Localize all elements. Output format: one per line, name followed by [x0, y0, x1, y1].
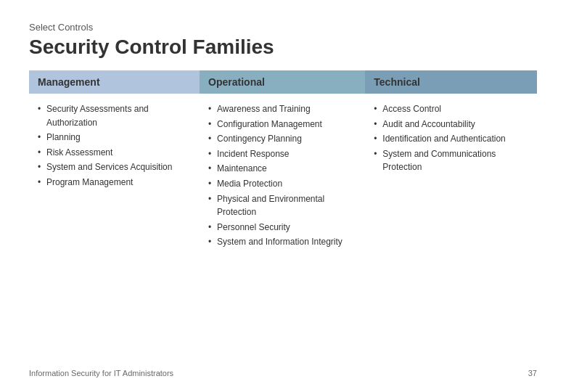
col-header-operational: Operational: [200, 70, 365, 94]
management-list: Security Assessments and Authorization P…: [38, 102, 191, 189]
footer-left: Information Security for IT Administrato…: [29, 369, 173, 377]
list-item: Audit and Accountability: [374, 118, 528, 131]
list-item: Access Control: [374, 102, 528, 116]
list-item: System and Services Acquisition: [38, 160, 191, 174]
page: Select Controls Security Control Familie…: [0, 0, 566, 392]
list-item: Physical and Environmental Protection: [208, 192, 356, 219]
list-item: Planning: [38, 131, 191, 144]
operational-cell: Awareness and Training Configuration Man…: [200, 94, 365, 362]
management-cell: Security Assessments and Authorization P…: [29, 94, 200, 362]
list-item: System and Communications Protection: [374, 147, 528, 174]
list-item: Identification and Authentication: [374, 132, 528, 146]
list-item: Incident Response: [208, 147, 356, 161]
footer-page: 37: [528, 369, 537, 377]
list-item: Personnel Security: [208, 221, 356, 234]
list-item: System and Information Integrity: [208, 235, 356, 249]
list-item: Maintenance: [208, 162, 356, 176]
list-item: Security Assessments and Authorization: [38, 102, 191, 129]
operational-list: Awareness and Training Configuration Man…: [208, 102, 356, 249]
list-item: Contingency Planning: [208, 132, 356, 146]
list-item: Media Protection: [208, 177, 356, 191]
technical-list: Access Control Audit and Accountability …: [374, 102, 528, 174]
list-item: Awareness and Training: [208, 102, 356, 116]
col-header-management: Management: [29, 70, 200, 94]
technical-cell: Access Control Audit and Accountability …: [365, 94, 537, 362]
main-table: Management Operational Technical Securit…: [29, 70, 537, 362]
subtitle: Select Controls: [29, 22, 537, 33]
list-item: Configuration Management: [208, 118, 356, 131]
page-title: Security Control Families: [29, 36, 537, 59]
col-header-technical: Technical: [365, 70, 537, 94]
list-item: Risk Assessment: [38, 146, 191, 160]
list-item: Program Management: [38, 176, 191, 189]
footer: Information Security for IT Administrato…: [29, 369, 537, 377]
